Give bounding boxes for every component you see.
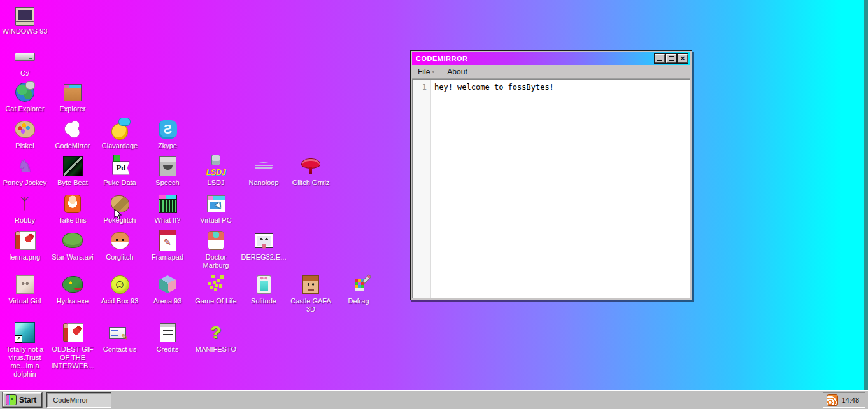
desktop-icon-dolphin-virus[interactable]: Totally not a virus.Trust me...im a dolp… xyxy=(1,322,48,378)
desktop-icon-robby[interactable]: Robby xyxy=(1,193,48,225)
desktop-icon-codemirror[interactable]: CodeMirror xyxy=(49,118,96,150)
solitude-icon xyxy=(253,274,274,295)
desktop-icon-label: Acid Box 93 xyxy=(96,297,143,305)
desktop-icon-corglitch[interactable]: Corglitch xyxy=(96,230,143,261)
desktop-icon-virtual-girl[interactable]: Virtual Girl xyxy=(1,274,48,305)
desktop-icon-explorer[interactable]: Explorer xyxy=(49,81,96,113)
desktop-icon-label: Game Of Life xyxy=(192,297,239,305)
desktop-icon-what-if[interactable]: What If? xyxy=(144,193,191,225)
desktop-icon-doctor-marburg[interactable]: Doctor Marburg xyxy=(192,230,239,270)
desktop-icon-take-this[interactable]: Take this xyxy=(49,193,96,225)
desktop-background: WINDOWS 93C:/Cat ExplorerExplorerPiskelC… xyxy=(0,0,868,409)
desktop-icon-oldest-gif[interactable]: OLDEST GIF OF THE INTERWEB... xyxy=(49,322,96,370)
codemirror-window: CODEMIRROR × File ▾ About 1 hey! welcome… xyxy=(410,50,692,300)
desktop-icon-label: Byte Beat xyxy=(49,179,96,187)
maximize-button[interactable] xyxy=(666,54,676,63)
desktop-icon-manifesto[interactable]: MANIFESTO xyxy=(192,322,239,354)
minimize-icon xyxy=(657,60,662,61)
poney-jockey-icon xyxy=(14,155,36,177)
chevron-down-icon: ▾ xyxy=(432,69,434,74)
taskbar-task-codemirror[interactable]: CodeMirror xyxy=(46,392,111,408)
desktop-icon-label: Nanoloop xyxy=(240,179,287,187)
desktop-icon-piskel[interactable]: Piskel xyxy=(1,118,48,150)
desktop-icon-dereg32[interactable]: DEREG32.E... xyxy=(240,230,287,261)
desktop-icon-label: OLDEST GIF OF THE INTERWEB... xyxy=(49,345,96,370)
desktop-icon-contact-us[interactable]: Contact us xyxy=(96,322,143,354)
desktop-icon-label: Piskel xyxy=(1,142,48,150)
desktop-icon-label: Doctor Marburg xyxy=(192,253,239,270)
desktop-icon-label: CodeMirror xyxy=(49,142,96,150)
desktop-icon-defrag[interactable]: Defrag xyxy=(335,274,382,305)
desktop-icon-poney-jockey[interactable]: Poney Jockey xyxy=(1,155,48,187)
virtual-pc-icon xyxy=(205,193,227,214)
windows93-logo-icon xyxy=(6,395,16,405)
desktop-icon-c-drive[interactable]: C:/ xyxy=(1,46,48,78)
editor-code-line[interactable]: hey! welcome to fossBytes! xyxy=(431,80,554,298)
oldest-gif-icon xyxy=(62,322,83,343)
desktop-icon-lenna[interactable]: lenna.png xyxy=(1,230,48,261)
tray-clock: 14:48 xyxy=(841,396,859,404)
manifesto-icon xyxy=(205,322,227,343)
desktop-icon-framapad[interactable]: Framapad xyxy=(144,230,191,261)
desktop-icon-speech[interactable]: Speech xyxy=(144,155,191,187)
desktop-icon-star-wars[interactable]: Star Wars.avi xyxy=(49,230,96,261)
desktop-icon-acid-box[interactable]: Acid Box 93 xyxy=(96,274,143,305)
window-titlebar[interactable]: CODEMIRROR × xyxy=(412,52,690,65)
desktop-icon-lsdj[interactable]: LSDJ xyxy=(192,155,239,187)
desktop-icon-credits[interactable]: Credits xyxy=(144,322,191,354)
desktop-icon-clavardage[interactable]: Clavardage xyxy=(96,118,143,150)
desktop-icon-label: Corglitch xyxy=(96,253,143,261)
close-icon: × xyxy=(680,55,685,62)
start-button-label: Start xyxy=(19,396,36,405)
desktop-icon-puke-data[interactable]: Puke Data xyxy=(96,155,143,187)
byte-beat-icon xyxy=(62,155,83,177)
desktop-icon-arena93[interactable]: Arena 93 xyxy=(144,274,191,305)
desktop-icon-label: MANIFESTO xyxy=(192,345,239,354)
system-tray: 14:48 xyxy=(823,392,865,408)
desktop-icon-label: What If? xyxy=(144,216,191,225)
desktop-icon-label: DEREG32.E... xyxy=(240,253,287,261)
clavardage-icon xyxy=(109,118,131,140)
windows93-icon xyxy=(14,4,36,25)
arena93-icon xyxy=(157,274,178,295)
robby-icon xyxy=(14,193,36,214)
desktop-icon-castle-gafa[interactable]: Castle GAFA 3D xyxy=(287,274,334,314)
zkype-icon xyxy=(157,118,178,140)
desktop-icon-label: Robby xyxy=(1,216,48,225)
desktop-icon-label: Hydra.exe xyxy=(49,297,96,305)
window-title: CODEMIRROR xyxy=(416,55,655,62)
doctor-marburg-icon xyxy=(205,230,227,251)
desktop-icon-label: Puke Data xyxy=(96,179,143,187)
desktop-icon-byte-beat[interactable]: Byte Beat xyxy=(49,155,96,187)
desktop-icon-game-of-life[interactable]: Game Of Life xyxy=(192,274,239,305)
menu-item-file[interactable]: File ▾ xyxy=(418,67,434,76)
code-editor[interactable]: 1 hey! welcome to fossBytes! xyxy=(412,79,690,298)
menu-item-about[interactable]: About xyxy=(447,67,467,76)
corglitch-icon xyxy=(109,230,131,251)
minimize-button[interactable] xyxy=(655,54,665,63)
virtual-girl-icon xyxy=(14,274,36,295)
explorer-icon xyxy=(62,81,83,103)
desktop-icon-hydra[interactable]: Hydra.exe xyxy=(49,274,96,305)
task-button-label: CodeMirror xyxy=(53,396,88,404)
desktop-icon-zkype[interactable]: Zkype xyxy=(144,118,191,150)
desktop-icon-nanoloop[interactable]: Nanoloop xyxy=(240,155,287,187)
desktop-icon-solitude[interactable]: Solitude xyxy=(240,274,287,305)
menu-item-file-label: File xyxy=(418,67,430,76)
desktop-icon-windows93[interactable]: WINDOWS 93 xyxy=(1,4,48,36)
desktop-icon-virtual-pc[interactable]: Virtual PC xyxy=(192,193,239,225)
desktop-icon-label: WINDOWS 93 xyxy=(1,27,48,36)
editor-gutter: 1 xyxy=(413,80,431,298)
desktop-icon-cat-explorer[interactable]: Cat Explorer xyxy=(1,81,48,113)
start-button[interactable]: Start xyxy=(3,392,42,408)
desktop-icon-label: Credits xyxy=(144,345,191,354)
desktop-icon-glitch-grrrlz[interactable]: Glitch Grrrlz xyxy=(287,155,334,187)
taskbar: Start CodeMirror 14:48 xyxy=(0,390,868,409)
window-controls: × xyxy=(655,54,688,63)
rss-icon[interactable] xyxy=(827,395,837,405)
piskel-icon xyxy=(14,118,36,140)
close-button[interactable]: × xyxy=(678,54,688,63)
lenna-icon xyxy=(14,230,36,251)
take-this-icon xyxy=(62,193,83,214)
desktop-icon-label: C:/ xyxy=(1,69,48,78)
